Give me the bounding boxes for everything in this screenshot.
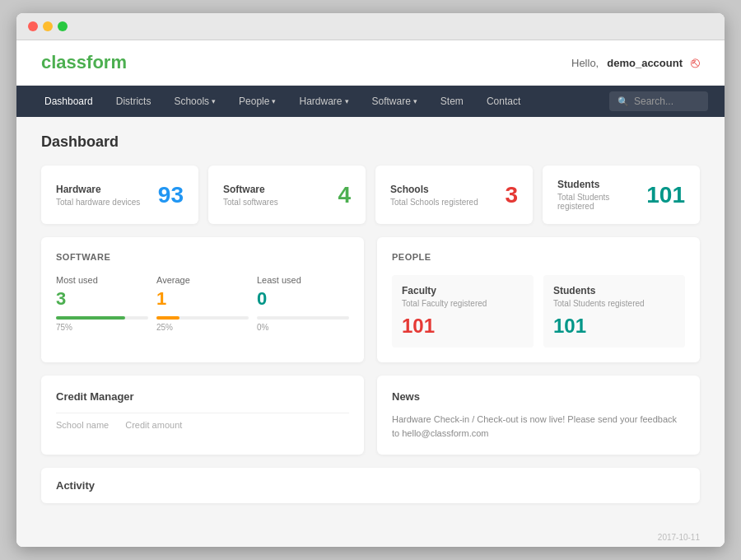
logo-plain: class [41, 52, 86, 72]
stat-sub: Total hardware devices [56, 198, 140, 207]
stat-card-info: Students Total Students registered [557, 179, 646, 211]
greeting-text: Hello, [571, 57, 599, 69]
people-stat-students: Students Total Students registered 101 [543, 275, 685, 348]
nav-item-software[interactable]: Software ▾ [361, 86, 429, 117]
stat-label: Schools [390, 184, 478, 195]
chevron-down-icon: ▾ [413, 97, 417, 105]
stat-value: 3 [505, 182, 518, 208]
sw-stat-leastused: Least used 0 0% [257, 275, 349, 332]
sw-value: 0 [257, 288, 349, 310]
nav-item-contact[interactable]: Contact [475, 86, 532, 117]
news-text: Hardware Check-in / Check-out is now liv… [392, 413, 685, 440]
sw-stat-average: Average 1 25% [156, 275, 249, 332]
people-section: PEOPLE Faculty Total Faculty registered … [377, 237, 700, 362]
two-col-software-people: SOFTWARE Most used 3 75% Average [41, 237, 700, 362]
people-sub: Total Faculty registered [402, 299, 524, 308]
stat-sub: Total Students registered [557, 193, 646, 211]
people-value: 101 [553, 315, 675, 338]
stat-card-software: Software Total softwares 4 [208, 166, 366, 224]
software-section-title: SOFTWARE [56, 252, 349, 262]
logout-icon[interactable]: ⎋ [691, 54, 700, 72]
search-icon: 🔍 [618, 96, 629, 107]
app-header: classform Hello, demo_account ⎋ [16, 40, 725, 86]
stat-label: Software [223, 184, 278, 195]
nav-item-schools[interactable]: Schools ▾ [162, 86, 227, 117]
credit-manager-card: Credit Manager School name Credit amount [41, 376, 364, 455]
credit-col-amount: Credit amount [125, 420, 182, 430]
people-sub: Total Students registered [553, 299, 675, 308]
stat-card-schools: Schools Total Schools registered 3 [375, 166, 533, 224]
people-label: Students [553, 285, 675, 296]
chevron-down-icon: ▾ [272, 97, 276, 105]
browser-titlebar [16, 13, 725, 40]
sw-label: Most used [56, 275, 148, 285]
nav-item-stem[interactable]: Stem [429, 86, 475, 117]
stat-value: 101 [646, 182, 685, 208]
app-footer: 2017-10-11 [16, 528, 725, 547]
people-value: 101 [402, 315, 524, 338]
software-stats: Most used 3 75% Average 1 [56, 275, 349, 332]
sw-pct: 75% [56, 323, 148, 332]
timestamp: 2017-10-11 [658, 533, 700, 542]
username: demo_account [607, 57, 683, 69]
stat-card-students: Students Total Students registered 101 [543, 166, 700, 224]
progress-bar-fill [56, 316, 125, 320]
stat-value: 4 [338, 182, 351, 208]
sw-value: 3 [56, 288, 148, 310]
nav-item-dashboard[interactable]: Dashboard [33, 86, 105, 117]
stat-value: 93 [158, 182, 184, 208]
main-content: Dashboard Hardware Total hardware device… [16, 117, 725, 528]
app-nav: Dashboard Districts Schools ▾ People ▾ H… [16, 86, 725, 117]
stat-card-hardware: Hardware Total hardware devices 93 [41, 166, 198, 224]
credit-manager-title: Credit Manager [56, 390, 349, 403]
credit-col-school: School name [56, 420, 109, 430]
progress-bar-bg [257, 316, 349, 320]
page-title: Dashboard [41, 133, 700, 151]
news-title: News [392, 390, 685, 403]
header-right: Hello, demo_account ⎋ [571, 54, 700, 72]
nav-item-people[interactable]: People ▾ [227, 86, 287, 117]
people-section-title: PEOPLE [392, 252, 685, 262]
sw-pct: 25% [156, 323, 249, 332]
stat-card-info: Software Total softwares [223, 184, 278, 207]
progress-bar-fill [156, 316, 179, 320]
nav-item-districts[interactable]: Districts [105, 86, 163, 117]
app-container: classform Hello, demo_account ⎋ Dashboar… [16, 40, 725, 547]
activity-section: Activity [41, 468, 700, 503]
stat-label: Students [557, 179, 646, 190]
two-col-credit-news: Credit Manager School name Credit amount… [41, 376, 700, 455]
progress-bar-bg [56, 316, 148, 320]
stat-sub: Total softwares [223, 198, 278, 207]
sw-label: Least used [257, 275, 349, 285]
nav-item-hardware[interactable]: Hardware ▾ [287, 86, 360, 117]
sw-pct: 0% [257, 323, 349, 332]
sw-value: 1 [156, 288, 249, 310]
search-input[interactable] [634, 96, 700, 107]
progress-bar-bg [156, 316, 249, 320]
nav-search[interactable]: 🔍 [609, 91, 708, 111]
stat-label: Hardware [56, 184, 140, 195]
news-card: News Hardware Check-in / Check-out is no… [377, 376, 700, 455]
dot-green[interactable] [58, 21, 68, 31]
stat-card-info: Hardware Total hardware devices [56, 184, 140, 207]
stat-cards-row: Hardware Total hardware devices 93 Softw… [41, 166, 700, 224]
stat-card-info: Schools Total Schools registered [390, 184, 478, 207]
chevron-down-icon: ▾ [345, 97, 349, 105]
activity-label: Activity [56, 479, 685, 492]
dot-red[interactable] [28, 21, 38, 31]
sw-stat-mostused: Most used 3 75% [56, 275, 148, 332]
chevron-down-icon: ▾ [212, 97, 216, 105]
stat-sub: Total Schools registered [390, 198, 478, 207]
people-stats: Faculty Total Faculty registered 101 Stu… [392, 275, 685, 348]
logo-accent: form [86, 52, 127, 72]
dot-yellow[interactable] [43, 21, 53, 31]
browser-window: classform Hello, demo_account ⎋ Dashboar… [16, 13, 725, 547]
credit-cols: School name Credit amount [56, 413, 349, 430]
people-label: Faculty [402, 285, 524, 296]
people-stat-faculty: Faculty Total Faculty registered 101 [392, 275, 534, 348]
software-section: SOFTWARE Most used 3 75% Average [41, 237, 364, 362]
logo: classform [41, 52, 127, 73]
sw-label: Average [156, 275, 249, 285]
